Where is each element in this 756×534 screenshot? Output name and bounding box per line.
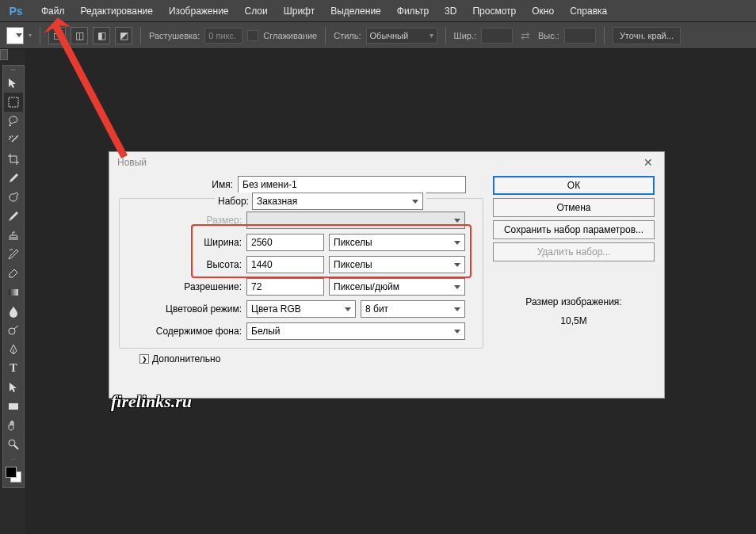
resolution-label: Разрешение: bbox=[128, 281, 246, 292]
options-bar: ▾ ◻ ◫ ◧ ◩ Растушевка: 0 пикс. Сглаживани… bbox=[0, 22, 756, 49]
size-label: Размер: bbox=[128, 215, 246, 226]
gradient-tool-icon[interactable] bbox=[4, 283, 23, 302]
feather-input[interactable]: 0 пикс. bbox=[204, 28, 242, 44]
app-logo: Ps bbox=[6, 3, 25, 19]
resolution-input[interactable] bbox=[246, 278, 324, 296]
subtract-selection-icon[interactable]: ◧ bbox=[93, 27, 110, 44]
menu-window[interactable]: Окно bbox=[524, 6, 562, 17]
type-tool-icon[interactable]: T bbox=[4, 359, 23, 378]
history-brush-tool-icon[interactable] bbox=[4, 245, 23, 264]
svg-point-3 bbox=[9, 328, 15, 334]
brush-tool-icon[interactable] bbox=[4, 207, 23, 226]
rectangle-tool-icon[interactable] bbox=[4, 397, 23, 416]
advanced-toggle-icon[interactable]: ❯ bbox=[139, 354, 149, 364]
menu-file[interactable]: Файл bbox=[33, 6, 73, 17]
new-document-dialog: Новый ✕ Имя: Набор: Заказная Размер: Шир… bbox=[109, 151, 665, 399]
ok-button[interactable]: ОК bbox=[493, 176, 655, 195]
menu-filter[interactable]: Фильтр bbox=[389, 6, 437, 17]
eraser-tool-icon[interactable] bbox=[4, 264, 23, 283]
colormode-select[interactable]: Цвета RGB bbox=[246, 300, 356, 318]
menu-3d[interactable]: 3D bbox=[437, 6, 464, 17]
cancel-button[interactable]: Отмена bbox=[493, 198, 655, 217]
lasso-tool-icon[interactable] bbox=[4, 112, 23, 131]
menu-type[interactable]: Шрифт bbox=[276, 6, 323, 17]
antialias-checkbox bbox=[247, 30, 258, 41]
opt-width-label: Шир.: bbox=[454, 31, 476, 40]
separator bbox=[140, 27, 141, 44]
opt-width-input bbox=[481, 28, 513, 44]
menu-bar: Ps Файл Редактирование Изображение Слои … bbox=[0, 0, 756, 22]
style-select[interactable]: Обычный bbox=[366, 28, 437, 44]
separator bbox=[40, 27, 40, 44]
preset-label: Набор: bbox=[218, 196, 249, 207]
magic-wand-tool-icon[interactable] bbox=[4, 131, 23, 150]
close-icon[interactable]: ✕ bbox=[640, 156, 656, 169]
add-selection-icon[interactable]: ◫ bbox=[71, 27, 88, 44]
pen-tool-icon[interactable] bbox=[4, 340, 23, 359]
eyedropper-tool-icon[interactable] bbox=[4, 169, 23, 188]
tool-preset-dropdown-icon[interactable]: ▾ bbox=[29, 32, 32, 39]
menu-layers[interactable]: Слои bbox=[237, 6, 276, 17]
menu-edit[interactable]: Редактирование bbox=[73, 6, 161, 17]
menu-image[interactable]: Изображение bbox=[161, 6, 237, 17]
opt-height-input bbox=[564, 28, 596, 44]
svg-rect-4 bbox=[9, 403, 18, 410]
separator bbox=[445, 27, 446, 44]
width-input[interactable] bbox=[246, 234, 324, 251]
healing-brush-tool-icon[interactable] bbox=[4, 188, 23, 207]
toolbox: •• T ⋯ bbox=[2, 65, 25, 488]
colordepth-select[interactable]: 8 бит bbox=[361, 300, 465, 318]
antialias-label: Сглаживание bbox=[263, 31, 317, 40]
svg-rect-1 bbox=[9, 97, 18, 107]
height-input[interactable] bbox=[246, 256, 324, 273]
separator bbox=[604, 27, 605, 44]
path-selection-tool-icon[interactable] bbox=[4, 378, 23, 397]
new-selection-icon[interactable]: ◻ bbox=[48, 27, 66, 44]
crop-tool-icon[interactable] bbox=[4, 150, 23, 169]
delete-preset-button: Удалить набор... bbox=[493, 242, 655, 261]
background-select[interactable]: Белый bbox=[246, 322, 465, 340]
svg-point-5 bbox=[9, 440, 15, 446]
panel-dock-grip[interactable] bbox=[0, 49, 8, 60]
link-wh-icon[interactable]: ⇄ bbox=[517, 28, 533, 44]
menu-view[interactable]: Просмотр bbox=[464, 6, 524, 17]
width-label: Ширина: bbox=[128, 237, 246, 248]
name-label: Имя: bbox=[119, 179, 238, 190]
advanced-label[interactable]: Дополнительно bbox=[152, 353, 220, 364]
opt-height-label: Выс.: bbox=[538, 31, 559, 40]
image-size-value: 10,5M bbox=[493, 315, 655, 326]
style-label: Стиль: bbox=[334, 31, 361, 40]
feather-label: Растушевка: bbox=[149, 31, 200, 40]
colormode-label: Цветовой режим: bbox=[128, 303, 246, 315]
intersect-selection-icon[interactable]: ◩ bbox=[115, 27, 132, 44]
height-label: Высота: bbox=[128, 259, 246, 270]
name-input[interactable] bbox=[238, 176, 466, 193]
background-label: Содержимое фона: bbox=[128, 326, 246, 337]
zoom-tool-icon[interactable] bbox=[4, 435, 23, 454]
size-select bbox=[246, 212, 465, 229]
menu-help[interactable]: Справка bbox=[562, 6, 615, 17]
preset-select[interactable]: Заказная bbox=[252, 193, 423, 210]
clone-stamp-tool-icon[interactable] bbox=[4, 226, 23, 245]
blur-tool-icon[interactable] bbox=[4, 302, 23, 321]
dialog-title: Новый bbox=[117, 157, 147, 168]
current-tool-icon[interactable] bbox=[6, 27, 24, 44]
toolbox-grip[interactable]: •• bbox=[3, 66, 24, 74]
refine-edge-button[interactable]: Уточн. край... bbox=[613, 27, 681, 44]
dodge-tool-icon[interactable] bbox=[4, 321, 23, 340]
image-size-label: Размер изображения: bbox=[493, 296, 655, 307]
menu-select[interactable]: Выделение bbox=[323, 6, 389, 17]
hand-tool-icon[interactable] bbox=[4, 416, 23, 435]
toolbox-divider: ⋯ bbox=[3, 454, 24, 462]
marquee-tool-icon[interactable] bbox=[4, 93, 23, 112]
height-unit-select[interactable]: Пикселы bbox=[329, 256, 465, 273]
move-tool-icon[interactable] bbox=[4, 74, 23, 93]
save-preset-button[interactable]: Сохранить набор параметров... bbox=[493, 220, 655, 239]
resolution-unit-select[interactable]: Пикселы/дюйм bbox=[329, 278, 465, 296]
svg-rect-2 bbox=[9, 289, 18, 296]
separator bbox=[325, 27, 326, 44]
color-swatch[interactable] bbox=[6, 467, 21, 483]
dialog-titlebar[interactable]: Новый ✕ bbox=[109, 152, 664, 173]
width-unit-select[interactable]: Пикселы bbox=[329, 234, 465, 251]
